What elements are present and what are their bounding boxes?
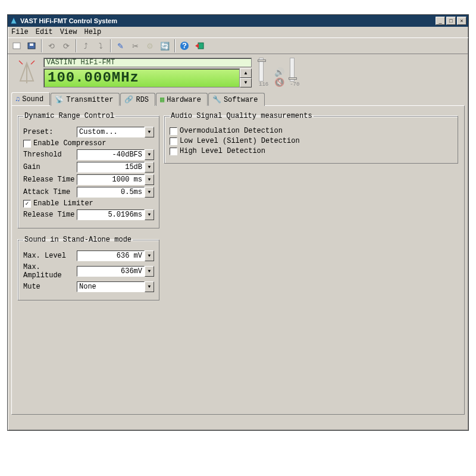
group-drc-title: Dynamic Range Control xyxy=(23,112,115,120)
volume-slider-right[interactable] xyxy=(290,58,295,82)
tool-icon[interactable]: ⚙ xyxy=(143,39,156,52)
volume-slider-left[interactable] xyxy=(259,58,264,82)
dropdown-icon[interactable]: ▼ xyxy=(145,149,154,160)
svg-marker-5 xyxy=(195,43,199,48)
close-button[interactable]: × xyxy=(457,17,466,25)
tab-hardware[interactable]: ▦Hardware xyxy=(156,93,208,106)
group-standalone-title: Sound in Stand-Alone mode xyxy=(23,236,133,244)
chip-icon: ▦ xyxy=(160,95,164,104)
lcd-frequency: 100.000MHz xyxy=(43,68,240,87)
attack-label: Attack Time xyxy=(23,188,77,196)
new-icon[interactable] xyxy=(10,39,23,52)
menu-help[interactable]: Help xyxy=(84,28,101,36)
app-icon xyxy=(10,17,18,25)
separator xyxy=(76,39,76,52)
freq-down-button[interactable]: ▼ xyxy=(240,78,252,87)
separator xyxy=(174,39,175,52)
svg-rect-1 xyxy=(13,43,20,49)
group-drc: Dynamic Range Control Preset: Custom... … xyxy=(18,112,159,228)
menu-edit[interactable]: Edit xyxy=(36,28,53,36)
tab-bar: ♫Sound 📡Transmitter 🔗RDS ▦Hardware 🔧Soft… xyxy=(11,92,465,105)
wrench-icon: 🔧 xyxy=(212,95,221,104)
mute-label: Mute xyxy=(23,283,77,291)
enable-compressor-checkbox[interactable]: Enable Compressor xyxy=(23,139,154,148)
back-icon[interactable]: ⟲ xyxy=(45,39,58,52)
enable-compressor-label: Enable Compressor xyxy=(33,139,106,148)
tab-rds[interactable]: 🔗RDS xyxy=(120,93,155,106)
highlevel-checkbox[interactable]: High Level Detection xyxy=(170,147,453,155)
preset-value: Custom... xyxy=(77,127,145,137)
release2-input[interactable]: 5.0196ms ▼ xyxy=(77,209,154,220)
release2-label: Release Time xyxy=(23,211,77,219)
tab-transmitter[interactable]: 📡Transmitter xyxy=(51,93,120,106)
tab-software[interactable]: 🔧Software xyxy=(208,93,265,106)
header-panel: VASTINT HiFi-FMT 100.000MHz ▲ ▼ 116 🔊 🔇 … xyxy=(8,54,468,90)
dropdown-icon[interactable]: ▼ xyxy=(145,209,154,220)
gain-input[interactable]: 15dB ▼ xyxy=(77,162,154,173)
svg-marker-0 xyxy=(11,17,17,24)
checkbox-icon xyxy=(170,127,177,135)
disconnect-icon[interactable]: ✂ xyxy=(129,39,142,52)
tab-transmitter-label: Transmitter xyxy=(66,96,113,104)
checkbox-icon xyxy=(23,140,31,148)
lowlevel-label: Low Level (Silent) Detection xyxy=(180,137,300,145)
menu-file[interactable]: File xyxy=(11,28,29,36)
exit-icon[interactable] xyxy=(193,39,206,52)
attack-input[interactable]: 0.5ms ▼ xyxy=(77,187,154,198)
help-icon[interactable]: ? xyxy=(178,39,191,52)
tab-rds-label: RDS xyxy=(136,96,149,104)
download-icon[interactable]: ⤵ xyxy=(94,39,107,52)
menu-view[interactable]: View xyxy=(60,28,77,36)
menu-bar: File Edit View Help xyxy=(8,27,468,37)
mute-select[interactable]: None ▼ xyxy=(77,281,154,292)
toolbar: ⟲ ⟳ ⤴ ⤵ ✎ ✂ ⚙ 🔄 ? xyxy=(8,37,468,54)
music-icon: ♫ xyxy=(15,95,20,104)
gain-label: Gain xyxy=(23,163,77,171)
right-column: Audio Signal Quality measurements Overmo… xyxy=(164,112,458,171)
freq-spinner[interactable]: ▲ ▼ xyxy=(240,68,252,87)
maximize-button[interactable]: □ xyxy=(446,17,456,25)
tab-hardware-label: Hardware xyxy=(167,96,201,104)
release1-input[interactable]: 1000 ms ▼ xyxy=(77,174,154,185)
minimize-button[interactable]: _ xyxy=(436,17,445,25)
overmod-checkbox[interactable]: Overmodulation Detection xyxy=(170,127,453,135)
lcd-display: VASTINT HiFi-FMT 100.000MHz ▲ ▼ xyxy=(43,58,252,87)
enable-limiter-checkbox[interactable]: ✓ Enable Limiter xyxy=(23,199,154,208)
maxlevel-input[interactable]: 636 mV ▼ xyxy=(77,250,154,261)
mute-icon[interactable]: 🔇 xyxy=(274,77,284,87)
dropdown-icon[interactable]: ▼ xyxy=(145,281,154,292)
connect-icon[interactable]: ✎ xyxy=(114,39,127,52)
refresh-icon[interactable]: 🔄 xyxy=(158,39,171,52)
dropdown-icon[interactable]: ▼ xyxy=(145,250,154,261)
lowlevel-checkbox[interactable]: Low Level (Silent) Detection xyxy=(170,137,453,145)
forward-icon[interactable]: ⟳ xyxy=(60,39,73,52)
maxamp-input[interactable]: 636mV ▼ xyxy=(77,266,154,277)
upload-icon[interactable]: ⤴ xyxy=(79,39,92,52)
save-icon[interactable] xyxy=(25,39,38,52)
lcd-device-name: VASTINT HiFi-FMT xyxy=(43,58,252,67)
svg-rect-3 xyxy=(30,43,33,46)
antenna-small-icon: 📡 xyxy=(55,95,64,104)
maxamp-value: 636mV xyxy=(77,266,145,277)
titlebar: VAST HiFi-FMT Control System _ □ × xyxy=(8,15,468,27)
threshold-value: -40dBFS xyxy=(77,149,145,160)
dropdown-icon[interactable]: ▼ xyxy=(145,127,154,137)
group-quality-title: Audio Signal Quality measurements xyxy=(170,112,314,120)
main-window: VAST HiFi-FMT Control System _ □ × File … xyxy=(7,14,469,431)
tab-sound-label: Sound xyxy=(22,95,43,104)
enable-limiter-label: Enable Limiter xyxy=(33,199,93,208)
separator xyxy=(110,39,111,52)
threshold-input[interactable]: -40dBFS ▼ xyxy=(77,149,154,160)
maxlevel-value: 636 mV xyxy=(77,250,145,261)
tab-sound[interactable]: ♫Sound xyxy=(11,92,50,105)
dropdown-icon[interactable]: ▼ xyxy=(145,266,154,277)
checkbox-icon xyxy=(170,137,177,145)
checkbox-icon xyxy=(170,148,177,155)
tab-software-label: Software xyxy=(224,96,258,104)
dropdown-icon[interactable]: ▼ xyxy=(145,162,154,173)
dropdown-icon[interactable]: ▼ xyxy=(145,174,154,185)
meter-right-value: -70 xyxy=(290,82,299,87)
dropdown-icon[interactable]: ▼ xyxy=(145,187,154,198)
preset-select[interactable]: Custom... ▼ xyxy=(77,127,154,137)
freq-up-button[interactable]: ▲ xyxy=(240,68,252,78)
